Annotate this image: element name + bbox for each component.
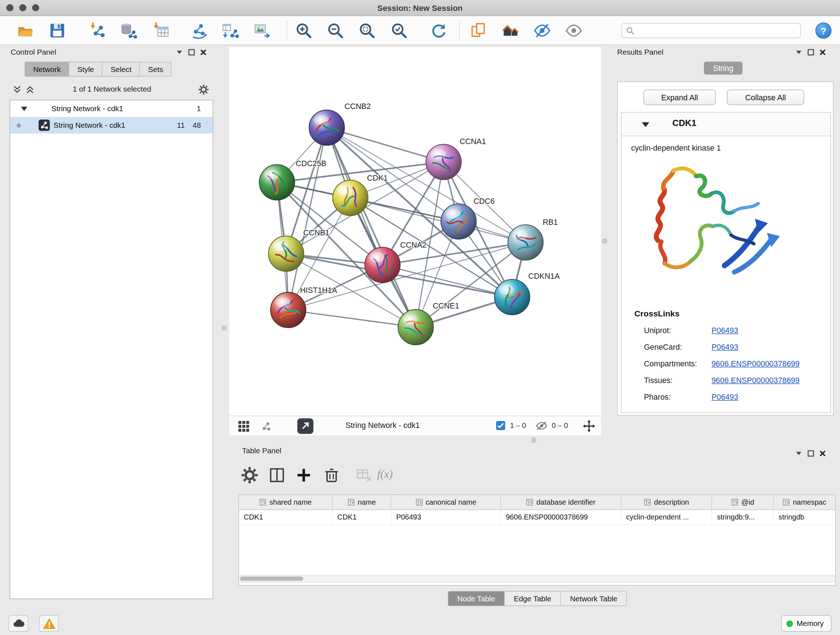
scrollbar-thumb[interactable] (240, 577, 303, 581)
network-node-ccna2[interactable] (365, 247, 400, 283)
network-node-cdc6[interactable] (441, 204, 477, 239)
import-network-file-button[interactable] (88, 21, 107, 40)
network-row[interactable]: String Network - cdk1 11 48 (10, 117, 213, 134)
crosslink-link[interactable]: P06493 (712, 393, 738, 401)
entry-disclosure-triangle-icon[interactable] (642, 122, 649, 127)
hide-selection-button[interactable] (532, 21, 552, 40)
export-image-button[interactable] (253, 21, 272, 40)
column-header-name[interactable]: name (332, 495, 392, 509)
apply-layout-button[interactable] (429, 21, 448, 40)
open-session-button[interactable] (16, 21, 35, 40)
column-header-namespace[interactable]: namespac (774, 495, 835, 509)
panel-menu-chevron-icon[interactable] (795, 449, 803, 457)
tab-edge-table[interactable]: Edge Table (505, 591, 561, 606)
import-network-database-button[interactable] (119, 21, 138, 40)
gear-icon[interactable] (198, 84, 209, 95)
protein-entry-header[interactable]: CDK1 (622, 112, 831, 136)
results-tab-string[interactable]: String (704, 62, 742, 74)
crosslink-link[interactable]: P06493 (712, 326, 738, 335)
zoom-selected-button[interactable] (390, 21, 409, 40)
cell-id[interactable]: stringdb:9... (712, 510, 774, 524)
table-row[interactable]: CDK1 CDK1 P06493 9606.ENSP00000378699 cy… (239, 510, 835, 525)
network-node-ccnb2[interactable] (309, 110, 344, 146)
search-input[interactable] (638, 27, 796, 35)
tab-network[interactable]: Network (25, 62, 69, 76)
crosslink-link[interactable]: 9606.ENSP00000378699 (712, 376, 800, 385)
network-and-table-button[interactable] (221, 21, 240, 40)
show-all-button[interactable] (564, 21, 583, 40)
column-header-canonical-name[interactable]: canonical name (392, 495, 501, 509)
tab-network-table[interactable]: Network Table (561, 591, 627, 606)
network-edge[interactable] (327, 128, 416, 327)
network-node-ccna1[interactable] (426, 144, 461, 180)
copy-button[interactable] (469, 21, 488, 40)
cell-namespace[interactable]: stringdb (774, 510, 835, 524)
share-view-icon[interactable] (261, 420, 272, 432)
network-node-rb1[interactable] (508, 225, 543, 260)
zoom-in-button[interactable] (294, 21, 313, 40)
crosslink-link[interactable]: 9606.ENSP00000378699 (712, 359, 800, 368)
tab-select[interactable]: Select (103, 62, 141, 76)
zoom-out-button[interactable] (325, 21, 345, 40)
panel-close-icon[interactable] (819, 49, 826, 55)
add-column-button[interactable] (293, 464, 314, 486)
panel-float-icon[interactable] (188, 49, 195, 55)
clear-table-button-disabled[interactable] (354, 464, 375, 486)
network-node-ccne1[interactable] (398, 310, 433, 345)
tab-style[interactable]: Style (69, 62, 103, 76)
cell-shared-name[interactable]: CDK1 (239, 510, 332, 524)
show-columns-button[interactable] (266, 464, 287, 486)
panel-menu-chevron-icon[interactable] (795, 48, 803, 56)
function-builder-button[interactable]: f(x) (377, 468, 393, 481)
delete-column-button[interactable] (321, 464, 342, 486)
network-node-hist1h1a[interactable] (271, 292, 306, 328)
network-canvas[interactable]: CCNB2CCNA1CDC25BCDK1CDC6RB1CCNB1CCNA2CDK… (229, 47, 601, 416)
network-collection-row[interactable]: String Network - cdk1 1 (10, 100, 213, 117)
column-header-description[interactable]: description (621, 495, 712, 509)
network-edge[interactable] (351, 198, 526, 242)
cell-description[interactable]: cyclin-dependent ... (621, 510, 712, 524)
horizontal-scrollbar[interactable] (238, 575, 836, 583)
column-header-shared-name[interactable]: shared name (239, 495, 332, 509)
table-settings-button[interactable] (239, 464, 260, 486)
save-session-button[interactable] (48, 21, 67, 40)
help-button[interactable]: ? (815, 22, 831, 38)
network-edge[interactable] (288, 310, 416, 327)
cell-database-identifier[interactable]: 9606.ENSP00000378699 (501, 510, 622, 524)
tab-sets[interactable]: Sets (140, 62, 172, 76)
expand-all-button[interactable]: Expand All (644, 89, 716, 105)
import-table-file-button[interactable] (152, 21, 171, 40)
zoom-fit-button[interactable] (357, 21, 377, 40)
warnings-button[interactable] (39, 615, 59, 632)
network-node-cdk1[interactable] (333, 180, 368, 216)
splitter-handle[interactable] (602, 239, 607, 243)
panel-close-icon[interactable] (819, 450, 826, 456)
memory-button[interactable]: Memory (781, 615, 831, 632)
cell-canonical-name[interactable]: P06493 (392, 510, 501, 524)
cell-name[interactable]: CDK1 (332, 510, 392, 524)
network-node-cdc25b[interactable] (259, 165, 295, 200)
birds-eye-view-button[interactable] (501, 21, 520, 40)
splitter-handle[interactable] (531, 438, 536, 442)
grid-view-icon[interactable] (238, 420, 250, 432)
network-from-selection-button[interactable] (189, 21, 209, 40)
hidden-eye-slash-icon[interactable] (536, 421, 548, 431)
network-node-ccnb1[interactable] (268, 236, 304, 272)
cloud-status-button[interactable] (9, 615, 28, 632)
crosslink-link[interactable]: P06493 (712, 343, 738, 352)
column-header-database-identifier[interactable]: database identifier (501, 495, 622, 509)
disclosure-triangle-icon[interactable] (21, 107, 27, 111)
collapse-all-button[interactable]: Collapse All (727, 89, 804, 105)
selected-counts-checkbox[interactable] (496, 421, 505, 430)
panel-float-icon[interactable] (807, 450, 814, 456)
panel-menu-chevron-icon[interactable] (176, 48, 183, 56)
network-edge[interactable] (288, 128, 327, 310)
node-table[interactable]: shared name name canonical name database… (238, 494, 836, 586)
network-node-cdkn1a[interactable] (494, 279, 530, 315)
tab-node-table[interactable]: Node Table (447, 591, 505, 606)
splitter-handle[interactable] (222, 325, 226, 330)
pan-move-icon[interactable] (583, 420, 595, 432)
birds-eye-toggle-button[interactable] (297, 418, 313, 434)
panel-float-icon[interactable] (807, 49, 814, 55)
column-header-id[interactable]: @id (712, 495, 774, 509)
